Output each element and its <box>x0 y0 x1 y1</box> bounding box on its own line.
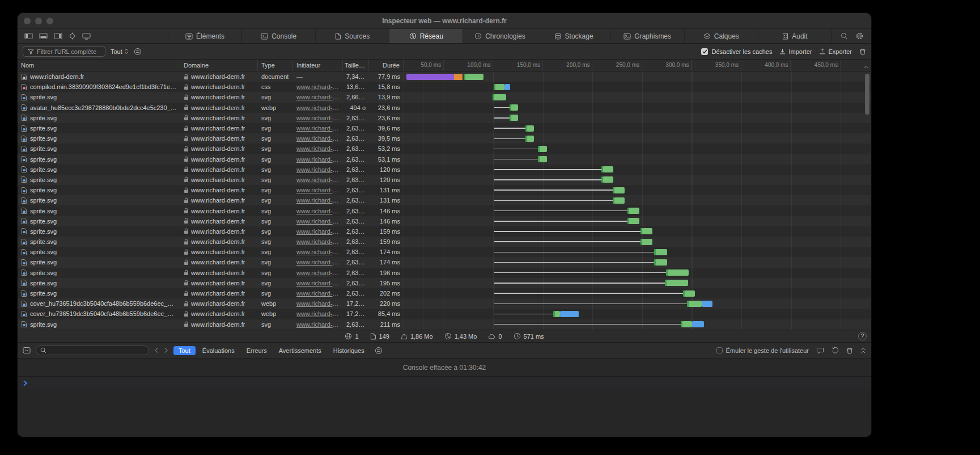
dock-bottom-icon[interactable] <box>39 32 48 40</box>
initiator-link[interactable]: www.richard-d… <box>296 259 340 266</box>
network-row[interactable]: sprite.svg www.richard-dern.fr svg www.r… <box>18 144 871 154</box>
initiator-link[interactable]: www.richard-d… <box>296 115 340 121</box>
dock-side-left-icon[interactable] <box>24 32 33 40</box>
initiator-link[interactable]: www.richard-d… <box>296 176 340 183</box>
console-search-input[interactable] <box>36 346 149 355</box>
search-icon[interactable] <box>841 32 848 40</box>
console-scope-evaluations[interactable]: Évaluations <box>197 346 240 355</box>
tab-timelines[interactable]: Chronologies <box>463 29 536 43</box>
console-options-icon[interactable] <box>375 347 383 355</box>
network-row[interactable]: sprite.svg www.richard-dern.fr svg www.r… <box>18 123 871 133</box>
console-prompt[interactable] <box>18 376 871 389</box>
previous-result-icon[interactable] <box>154 347 159 353</box>
initiator-link[interactable]: www.richard-d… <box>296 94 340 100</box>
url-filter-input[interactable]: Filtrer l'URL complète <box>23 46 105 57</box>
network-row[interactable]: sprite.svg www.richard-dern.fr svg www.r… <box>18 92 871 102</box>
initiator-link[interactable]: www.richard-d… <box>296 208 340 214</box>
console-scope-warnings[interactable]: Avertissements <box>274 346 326 355</box>
help-button[interactable]: ? <box>858 332 867 340</box>
dock-side-right-icon[interactable] <box>54 32 62 40</box>
network-row[interactable]: cover_hu736519dc3b5040cfa48b6b559b6de6ec… <box>18 298 871 309</box>
network-row[interactable]: sprite.svg www.richard-dern.fr svg www.r… <box>18 247 871 257</box>
initiator-link[interactable]: www.richard-d… <box>296 125 340 132</box>
network-row[interactable]: sprite.svg www.richard-dern.fr svg www.r… <box>18 319 871 330</box>
network-row[interactable]: sprite.svg www.richard-dern.fr svg www.r… <box>18 226 871 237</box>
export-button[interactable]: Exporter <box>819 48 852 55</box>
tab-graphics[interactable]: Graphismes <box>610 29 684 43</box>
column-header-type[interactable]: Type <box>258 60 293 71</box>
tab-layers[interactable]: Calques <box>684 29 758 43</box>
column-header-name[interactable]: Nom <box>18 60 180 71</box>
initiator-link[interactable]: www.richard-d… <box>296 197 340 204</box>
minimize-window-button[interactable] <box>35 18 42 24</box>
next-result-icon[interactable] <box>164 347 168 353</box>
network-row[interactable]: sprite.svg www.richard-dern.fr svg www.r… <box>18 185 871 195</box>
initiator-link[interactable]: www.richard-d… <box>296 166 340 173</box>
initiator-link[interactable]: www.richard-d… <box>296 145 340 152</box>
console-history-icon[interactable] <box>831 347 839 354</box>
network-row[interactable]: sprite.svg www.richard-dern.fr svg www.r… <box>18 195 871 205</box>
initiator-link[interactable]: www.richard-d… <box>296 280 340 287</box>
network-row[interactable]: sprite.svg www.richard-dern.fr svg www.r… <box>18 216 871 226</box>
network-row[interactable]: www.richard-dern.fr www.richard-dern.fr … <box>18 71 871 82</box>
tab-sources[interactable]: Sources <box>315 29 389 43</box>
network-row[interactable]: sprite.svg www.richard-dern.fr svg www.r… <box>18 237 871 247</box>
initiator-link[interactable]: www.richard-d… <box>296 310 340 317</box>
clear-network-trash-icon[interactable] <box>859 48 866 55</box>
network-row[interactable]: avatar_hu85ecc3e298728880b0bde2dcc4e5c23… <box>18 103 871 113</box>
network-row[interactable]: sprite.svg www.richard-dern.fr svg www.r… <box>18 278 871 288</box>
network-row[interactable]: sprite.svg www.richard-dern.fr svg www.r… <box>18 133 871 144</box>
initiator-link[interactable]: www.richard-d… <box>296 83 340 90</box>
initiator-link[interactable]: www.richard-d… <box>296 156 340 163</box>
initiator-link[interactable]: www.richard-d… <box>296 269 340 276</box>
clear-console-trash-icon[interactable] <box>846 347 853 354</box>
collapse-waterfall-icon[interactable] <box>864 63 869 70</box>
import-button[interactable]: Importer <box>779 48 812 55</box>
tab-network[interactable]: Réseau <box>389 29 463 43</box>
initiator-link[interactable]: www.richard-d… <box>296 218 340 225</box>
expand-console-icon[interactable] <box>860 347 866 354</box>
device-settings-icon[interactable] <box>82 32 91 40</box>
initiator-link[interactable]: www.richard-d… <box>296 321 340 328</box>
network-row[interactable]: compiled.min.38390909f303624ed9e1cf1bd3f… <box>18 82 871 92</box>
console-scope-all[interactable]: Tout <box>173 346 196 355</box>
network-row[interactable]: sprite.svg www.richard-dern.fr svg www.r… <box>18 268 871 278</box>
scrollbar-thumb[interactable] <box>865 74 869 115</box>
network-row[interactable]: sprite.svg www.richard-dern.fr svg www.r… <box>18 205 871 216</box>
tab-audit[interactable]: Audit <box>758 29 831 43</box>
initiator-link[interactable]: www.richard-d… <box>296 104 340 111</box>
network-row[interactable]: sprite.svg www.richard-dern.fr svg www.r… <box>18 165 871 175</box>
close-window-button[interactable] <box>24 18 31 24</box>
tab-elements[interactable]: Éléments <box>168 29 241 43</box>
initiator-link[interactable]: www.richard-d… <box>296 290 340 297</box>
resource-type-select[interactable]: Tout <box>111 48 129 55</box>
network-row[interactable]: sprite.svg www.richard-dern.fr svg www.r… <box>18 257 871 267</box>
column-header-size[interactable]: Taille… <box>343 60 369 71</box>
console-messages-icon[interactable] <box>816 347 824 354</box>
network-row[interactable]: sprite.svg www.richard-dern.fr svg www.r… <box>18 288 871 298</box>
console-scope-logs[interactable]: Historiques <box>328 346 370 355</box>
initiator-link[interactable]: www.richard-d… <box>296 238 340 245</box>
initiator-link[interactable]: www.richard-d… <box>296 228 340 235</box>
tab-storage[interactable]: Stockage <box>537 29 610 43</box>
network-row[interactable]: sprite.svg www.richard-dern.fr svg www.r… <box>18 113 871 123</box>
element-picker-icon[interactable] <box>69 32 76 40</box>
initiator-link[interactable]: www.richard-d… <box>296 135 340 142</box>
network-row[interactable]: sprite.svg www.richard-dern.fr svg www.r… <box>18 175 871 185</box>
initiator-link[interactable]: www.richard-d… <box>296 187 340 193</box>
disable-caches-checkbox[interactable] <box>701 48 708 55</box>
zoom-window-button[interactable] <box>46 18 53 24</box>
settings-gear-icon[interactable] <box>856 32 863 40</box>
network-row[interactable]: sprite.svg www.richard-dern.fr svg www.r… <box>18 154 871 165</box>
column-header-domain[interactable]: Domaine <box>180 60 258 71</box>
tab-console[interactable]: Console <box>241 29 315 43</box>
filter-options-icon[interactable] <box>134 48 142 56</box>
console-picker-icon[interactable] <box>23 347 31 354</box>
column-header-initiator[interactable]: Initiateur <box>293 60 343 71</box>
table-scrollbar[interactable] <box>865 73 870 328</box>
network-row[interactable]: cover_hu736519dc3b5040cfa48b6b559b6de6ec… <box>18 309 871 319</box>
emulate-user-gesture-checkbox[interactable] <box>716 347 723 353</box>
initiator-link[interactable]: www.richard-d… <box>296 248 340 255</box>
console-scope-errors[interactable]: Erreurs <box>241 346 272 355</box>
initiator-link[interactable]: www.richard-d… <box>296 300 340 307</box>
